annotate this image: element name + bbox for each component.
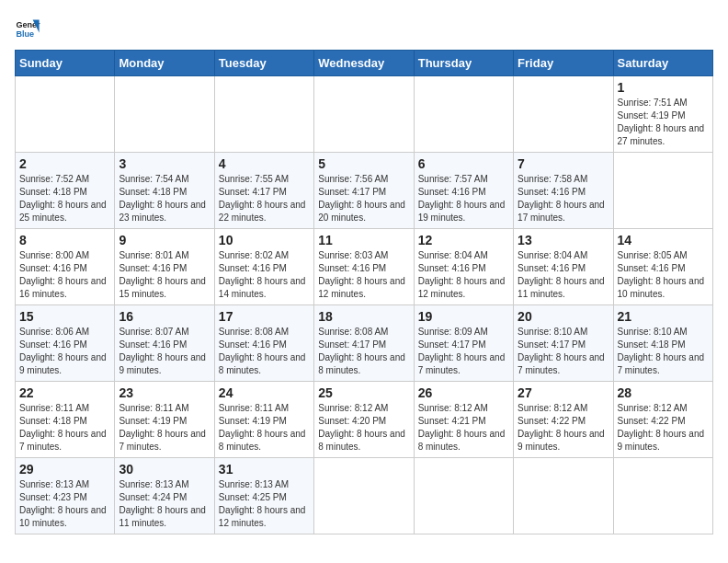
day-info: Sunrise: 7:56 AMSunset: 4:17 PMDaylight:… <box>318 174 405 223</box>
day-number: 17 <box>219 309 310 324</box>
day-info: Sunrise: 7:52 AMSunset: 4:18 PMDaylight:… <box>19 174 107 223</box>
day-info: Sunrise: 7:55 AMSunset: 4:17 PMDaylight:… <box>219 174 306 223</box>
calendar-day: 8 Sunrise: 8:00 AMSunset: 4:16 PMDayligh… <box>16 229 115 305</box>
calendar-day: 12 Sunrise: 8:04 AMSunset: 4:16 PMDaylig… <box>414 229 513 305</box>
day-info: Sunrise: 8:05 AMSunset: 4:16 PMDaylight:… <box>618 250 705 299</box>
day-number: 1 <box>618 80 709 95</box>
empty-cell <box>214 76 313 153</box>
calendar-week-row: 22 Sunrise: 8:11 AMSunset: 4:18 PMDaylig… <box>16 382 713 458</box>
day-info: Sunrise: 8:13 AMSunset: 4:23 PMDaylight:… <box>19 479 107 528</box>
calendar-week-row: 2 Sunrise: 7:52 AMSunset: 4:18 PMDayligh… <box>16 153 713 229</box>
empty-cell <box>16 76 115 153</box>
day-info: Sunrise: 8:04 AMSunset: 4:16 PMDaylight:… <box>418 250 506 299</box>
calendar-header-row: SundayMondayTuesdayWednesdayThursdayFrid… <box>16 51 713 76</box>
calendar-day: 11 Sunrise: 8:03 AMSunset: 4:16 PMDaylig… <box>314 229 414 305</box>
day-info: Sunrise: 7:51 AMSunset: 4:19 PMDaylight:… <box>618 98 705 146</box>
day-number: 19 <box>418 309 509 324</box>
calendar-day: 2 Sunrise: 7:52 AMSunset: 4:18 PMDayligh… <box>16 153 115 229</box>
day-number: 6 <box>418 156 509 171</box>
empty-cell <box>514 76 613 153</box>
day-number: 21 <box>618 309 709 324</box>
day-info: Sunrise: 8:12 AMSunset: 4:21 PMDaylight:… <box>418 403 506 452</box>
day-number: 5 <box>318 156 409 171</box>
day-number: 25 <box>318 385 409 400</box>
empty-cell <box>414 76 513 153</box>
day-number: 31 <box>219 462 310 477</box>
calendar-day: 10 Sunrise: 8:02 AMSunset: 4:16 PMDaylig… <box>214 229 313 305</box>
day-info: Sunrise: 8:08 AMSunset: 4:16 PMDaylight:… <box>219 327 306 375</box>
calendar-day: 3 Sunrise: 7:54 AMSunset: 4:18 PMDayligh… <box>115 153 214 229</box>
calendar-day <box>414 458 513 534</box>
calendar-day: 14 Sunrise: 8:05 AMSunset: 4:16 PMDaylig… <box>613 229 712 305</box>
day-info: Sunrise: 8:13 AMSunset: 4:24 PMDaylight:… <box>119 479 206 528</box>
header-sunday: Sunday <box>16 51 115 76</box>
day-info: Sunrise: 8:10 AMSunset: 4:18 PMDaylight:… <box>618 327 705 375</box>
calendar-day: 17 Sunrise: 8:08 AMSunset: 4:16 PMDaylig… <box>214 305 313 382</box>
day-info: Sunrise: 7:54 AMSunset: 4:18 PMDaylight:… <box>119 174 206 223</box>
day-number: 13 <box>518 233 609 247</box>
day-number: 11 <box>318 233 409 247</box>
day-number: 23 <box>119 385 210 400</box>
calendar-day: 24 Sunrise: 8:11 AMSunset: 4:19 PMDaylig… <box>214 382 313 458</box>
day-info: Sunrise: 8:07 AMSunset: 4:16 PMDaylight:… <box>119 327 206 375</box>
calendar-day <box>613 458 712 534</box>
header-saturday: Saturday <box>613 51 712 76</box>
calendar-day: 16 Sunrise: 8:07 AMSunset: 4:16 PMDaylig… <box>115 305 214 382</box>
header-tuesday: Tuesday <box>214 51 313 76</box>
day-number: 4 <box>219 156 310 171</box>
day-number: 7 <box>518 156 609 171</box>
calendar-week-row: 8 Sunrise: 8:00 AMSunset: 4:16 PMDayligh… <box>16 229 713 305</box>
calendar-day: 28 Sunrise: 8:12 AMSunset: 4:22 PMDaylig… <box>613 382 712 458</box>
day-info: Sunrise: 8:00 AMSunset: 4:16 PMDaylight:… <box>19 250 107 299</box>
calendar-day: 21 Sunrise: 8:10 AMSunset: 4:18 PMDaylig… <box>613 305 712 382</box>
day-number: 15 <box>19 309 110 324</box>
calendar-day <box>314 458 414 534</box>
calendar-table: SundayMondayTuesdayWednesdayThursdayFrid… <box>15 50 713 534</box>
calendar-day: 20 Sunrise: 8:10 AMSunset: 4:17 PMDaylig… <box>514 305 613 382</box>
empty-cell <box>115 76 214 153</box>
day-info: Sunrise: 8:11 AMSunset: 4:18 PMDaylight:… <box>19 403 107 452</box>
calendar-day: 30 Sunrise: 8:13 AMSunset: 4:24 PMDaylig… <box>115 458 214 534</box>
calendar-day: 1 Sunrise: 7:51 AMSunset: 4:19 PMDayligh… <box>613 76 712 153</box>
day-info: Sunrise: 8:13 AMSunset: 4:25 PMDaylight:… <box>219 479 306 528</box>
day-number: 8 <box>19 233 110 247</box>
day-number: 2 <box>19 156 110 171</box>
calendar-day: 26 Sunrise: 8:12 AMSunset: 4:21 PMDaylig… <box>414 382 513 458</box>
day-info: Sunrise: 8:11 AMSunset: 4:19 PMDaylight:… <box>219 403 306 452</box>
day-info: Sunrise: 8:04 AMSunset: 4:16 PMDaylight:… <box>518 250 605 299</box>
day-info: Sunrise: 8:09 AMSunset: 4:17 PMDaylight:… <box>418 327 506 375</box>
day-number: 9 <box>119 233 210 247</box>
day-info: Sunrise: 8:12 AMSunset: 4:22 PMDaylight:… <box>518 403 605 452</box>
calendar-day: 23 Sunrise: 8:11 AMSunset: 4:19 PMDaylig… <box>115 382 214 458</box>
calendar-day: 5 Sunrise: 7:56 AMSunset: 4:17 PMDayligh… <box>314 153 414 229</box>
header-monday: Monday <box>115 51 214 76</box>
calendar-day: 6 Sunrise: 7:57 AMSunset: 4:16 PMDayligh… <box>414 153 513 229</box>
calendar-day: 9 Sunrise: 8:01 AMSunset: 4:16 PMDayligh… <box>115 229 214 305</box>
day-number: 12 <box>418 233 509 247</box>
day-info: Sunrise: 8:12 AMSunset: 4:22 PMDaylight:… <box>618 403 705 452</box>
day-number: 3 <box>119 156 210 171</box>
calendar-day <box>613 153 712 229</box>
day-number: 18 <box>318 309 409 324</box>
calendar-week-row: 29 Sunrise: 8:13 AMSunset: 4:23 PMDaylig… <box>16 458 713 534</box>
day-info: Sunrise: 8:03 AMSunset: 4:16 PMDaylight:… <box>318 250 405 299</box>
day-info: Sunrise: 8:06 AMSunset: 4:16 PMDaylight:… <box>19 327 107 375</box>
day-info: Sunrise: 8:11 AMSunset: 4:19 PMDaylight:… <box>119 403 206 452</box>
header-friday: Friday <box>514 51 613 76</box>
day-info: Sunrise: 7:57 AMSunset: 4:16 PMDaylight:… <box>418 174 506 223</box>
empty-cell <box>314 76 414 153</box>
calendar-day: 13 Sunrise: 8:04 AMSunset: 4:16 PMDaylig… <box>514 229 613 305</box>
calendar-day: 15 Sunrise: 8:06 AMSunset: 4:16 PMDaylig… <box>16 305 115 382</box>
header-wednesday: Wednesday <box>314 51 414 76</box>
day-info: Sunrise: 7:58 AMSunset: 4:16 PMDaylight:… <box>518 174 605 223</box>
day-info: Sunrise: 8:10 AMSunset: 4:17 PMDaylight:… <box>518 327 605 375</box>
day-number: 29 <box>19 462 110 477</box>
day-number: 26 <box>418 385 509 400</box>
calendar-day: 27 Sunrise: 8:12 AMSunset: 4:22 PMDaylig… <box>514 382 613 458</box>
logo: General Blue <box>15 15 44 40</box>
calendar-day: 4 Sunrise: 7:55 AMSunset: 4:17 PMDayligh… <box>214 153 313 229</box>
day-info: Sunrise: 8:01 AMSunset: 4:16 PMDaylight:… <box>119 250 206 299</box>
day-number: 10 <box>219 233 310 247</box>
day-number: 16 <box>119 309 210 324</box>
day-number: 30 <box>119 462 210 477</box>
